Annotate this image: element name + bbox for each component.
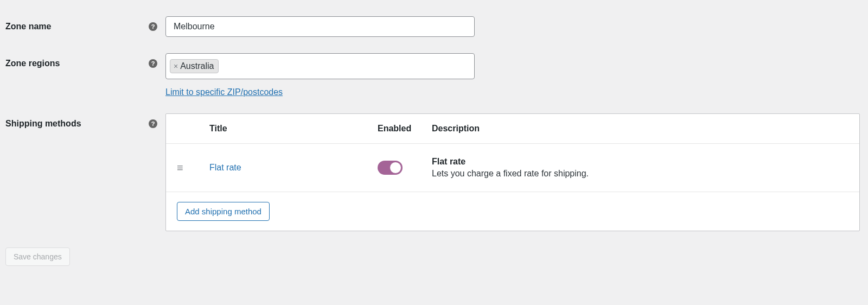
zone-regions-input[interactable]: × Australia [165,53,475,79]
remove-tag-icon[interactable]: × [174,62,178,71]
help-icon[interactable]: ? [149,22,157,31]
save-changes-button[interactable]: Save changes [5,247,70,266]
help-icon[interactable]: ? [149,119,157,128]
shipping-methods-label: Shipping methods [5,119,81,129]
zone-regions-row: Zone regions ? × Australia Limit to spec… [5,53,863,97]
limit-zip-link[interactable]: Limit to specific ZIP/postcodes [165,87,283,97]
methods-table: Title Enabled Description ≡ Flat rate Fl… [165,113,860,231]
method-desc-title: Flat rate [432,157,848,167]
toggle-knob-icon [390,162,401,174]
drag-handle-icon[interactable]: ≡ [177,162,183,174]
zone-name-input[interactable] [165,16,475,37]
table-row: ≡ Flat rate Flat rate Lets you charge a … [166,144,859,192]
column-header-description: Description [432,124,848,134]
column-header-title: Title [209,124,378,134]
method-desc-text: Lets you charge a fixed rate for shippin… [432,169,848,179]
zone-regions-label: Zone regions [5,59,60,68]
zone-name-label: Zone name [5,22,51,31]
add-shipping-method-button[interactable]: Add shipping method [177,202,270,221]
method-title-link[interactable]: Flat rate [209,163,241,172]
column-header-enabled: Enabled [378,124,432,134]
help-icon[interactable]: ? [149,59,157,68]
enabled-toggle[interactable] [378,161,403,175]
shipping-methods-row: Shipping methods ? Title Enabled Descrip… [5,113,863,231]
zone-region-tag-label: Australia [180,61,214,71]
zone-region-tag: × Australia [170,59,219,73]
zone-name-row: Zone name ? [5,16,863,37]
